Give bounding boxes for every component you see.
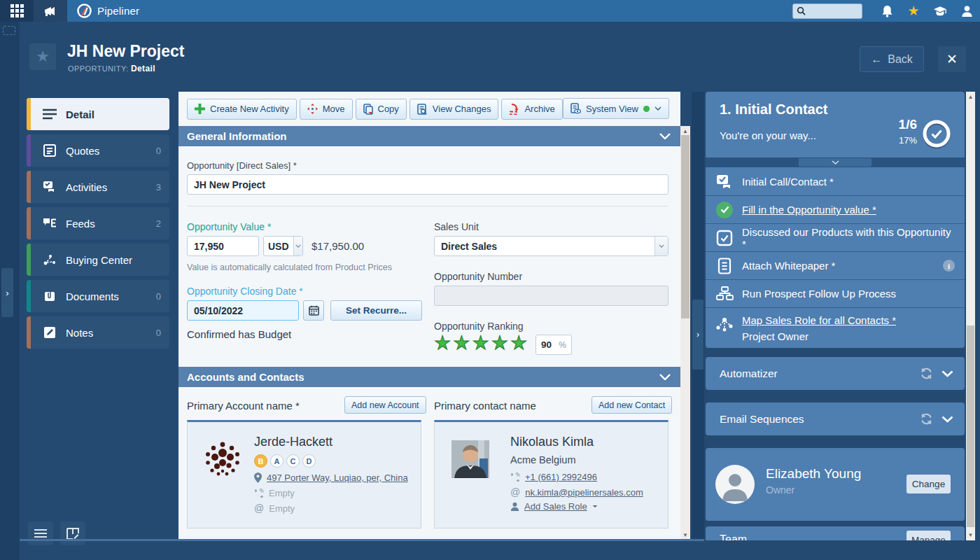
task-map-sales-role[interactable]: Map Sales Role for all Contacts * Projec…	[706, 307, 965, 348]
brand[interactable]: Pipeliner	[77, 4, 139, 18]
primary-contact-card[interactable]: Nikolaus Kimla Acme Belgium +1 (661) 299…	[434, 420, 668, 528]
chevron-down-icon	[659, 244, 664, 248]
add-new-account-button[interactable]: Add new Account	[344, 396, 426, 414]
star-icon[interactable]: ★	[434, 334, 451, 353]
rating-d[interactable]: D	[302, 454, 316, 468]
star-icon[interactable]: ★	[472, 334, 489, 353]
opportunity-value-input[interactable]	[187, 236, 259, 256]
done-check-icon	[716, 202, 733, 218]
account-address-link[interactable]: 497 Porter Way, Luqiao, per, China	[267, 472, 408, 483]
star-icon[interactable]: ★	[453, 334, 470, 353]
panel-scrollbar-thumb[interactable]	[967, 326, 974, 527]
at-icon: @	[510, 486, 520, 498]
tab-notes[interactable]: Notes 0	[27, 316, 169, 349]
record-toolbar: Create New Activity Move Copy View Chang…	[178, 92, 680, 126]
task-initial-call[interactable]: Initial Call/Contact *	[706, 167, 965, 195]
owner-name: Elizabeth Young	[766, 466, 861, 482]
main-scrollbar-thumb[interactable]	[681, 135, 690, 318]
task-attach-whitepaper[interactable]: Attach Whitepaper * i	[706, 251, 965, 279]
ranking-percent-input[interactable]: 90 %	[536, 335, 572, 355]
opportunity-name-input[interactable]	[187, 174, 668, 195]
collapse-section-icon[interactable]	[659, 133, 671, 139]
account-logo	[203, 439, 242, 478]
owner-avatar	[715, 465, 755, 504]
collapse-panel-handle[interactable]: ›	[692, 300, 704, 370]
profile-button[interactable]	[953, 0, 980, 22]
contact-phone-link[interactable]: +1 (661) 2992496	[525, 472, 597, 482]
info-icon[interactable]: i	[943, 260, 955, 272]
learning-button[interactable]	[927, 0, 953, 22]
tab-activities[interactable]: Activities 3	[27, 171, 169, 203]
add-new-contact-button[interactable]: Add new Contact	[592, 396, 672, 414]
mini-window-icon[interactable]	[3, 26, 15, 35]
page-title: JH New Project	[67, 42, 184, 61]
move-button[interactable]: Move	[300, 99, 353, 120]
tab-detail[interactable]: Detail	[27, 98, 169, 130]
move-icon	[307, 104, 318, 114]
account-address-row: 497 Porter Way, Luqiao, per, China	[254, 472, 408, 483]
automatizer-panel[interactable]: Automatizer	[706, 357, 965, 390]
detail-form: Create New Activity Move Copy View Chang…	[178, 92, 680, 540]
expand-panel-icon[interactable]	[941, 370, 953, 377]
star-icon[interactable]: ★	[510, 334, 527, 353]
process-icon	[714, 286, 735, 302]
contact-phone-row: +1 (661) 2992496	[510, 472, 597, 482]
change-owner-button[interactable]: Change	[906, 475, 951, 493]
task-fill-opportunity-value[interactable]: Fill in the Opportunity value *	[706, 195, 965, 223]
notifications-button[interactable]	[874, 0, 900, 22]
document-icon	[714, 258, 735, 274]
refresh-icon[interactable]	[920, 367, 933, 380]
manage-team-button[interactable]: Manage	[906, 531, 951, 540]
add-sales-role-link[interactable]: Add Sales Role	[524, 501, 587, 512]
refresh-icon[interactable]	[920, 412, 933, 426]
close-button[interactable]: ✕	[938, 46, 966, 72]
currency-select[interactable]: USD	[263, 236, 303, 256]
collapse-tasks-button[interactable]	[799, 158, 872, 167]
notes-icon	[42, 326, 57, 339]
calendar-button[interactable]	[303, 300, 324, 321]
back-button[interactable]: ← Back	[860, 46, 924, 72]
favorites-button[interactable]: ★	[900, 0, 927, 22]
rating-c[interactable]: C	[286, 454, 300, 468]
copy-button[interactable]: Copy	[356, 99, 407, 120]
system-view-icon	[570, 103, 581, 114]
expand-panel-icon[interactable]	[941, 416, 953, 423]
favorite-record-button[interactable]: ★	[29, 43, 56, 70]
task-discussed-products[interactable]: Discussed our Products with this Opportu…	[706, 223, 965, 251]
rating-a[interactable]: A	[270, 454, 284, 468]
megaphone-icon	[43, 6, 57, 17]
view-changes-icon	[417, 104, 428, 115]
contact-email-link[interactable]: nk.kimla@pipelinersales.com	[525, 487, 643, 498]
app-grid-button[interactable]	[0, 0, 34, 22]
ranking-stars: ★ ★ ★ ★ ★	[434, 334, 527, 353]
list-view-button[interactable]	[28, 522, 53, 545]
tab-feeds[interactable]: Feeds 2	[27, 207, 169, 239]
rating-b-selected[interactable]: B	[254, 454, 267, 468]
email-sequences-panel[interactable]: Email Sequences	[706, 402, 965, 435]
step-collapse-strip	[706, 158, 965, 167]
create-new-activity-button[interactable]: Create New Activity	[187, 99, 297, 120]
main-scrollbar[interactable]: ▲ ▼	[680, 126, 690, 540]
record-type-label: OPPORTUNITY:	[68, 64, 129, 73]
primary-account-card[interactable]: Jerde-Hackett 0 A B C D 497 Porter Way, …	[187, 420, 421, 528]
closing-date-input[interactable]: 05/10/2022	[187, 300, 299, 321]
panel-scrollbar[interactable]: ▲ ▼	[966, 92, 975, 540]
view-selector-button[interactable]: System View	[563, 98, 669, 119]
sales-unit-select[interactable]: Direct Sales	[434, 236, 668, 256]
view-name-label: Detail	[131, 64, 155, 74]
tab-buying-center[interactable]: Buying Center	[27, 244, 169, 276]
announcements-button[interactable]	[34, 0, 67, 22]
search-input[interactable]	[806, 6, 858, 16]
expand-nav-handle[interactable]: ›	[1, 268, 13, 317]
tab-documents[interactable]: Documents 0	[27, 280, 169, 312]
step-motivation: You're on your way...	[720, 130, 816, 141]
task-run-prospect-process[interactable]: Run Prospect Follow Up Process	[706, 279, 965, 307]
tab-quotes[interactable]: Quotes 0	[27, 134, 169, 167]
collapse-section-icon[interactable]	[659, 374, 671, 380]
view-changes-button[interactable]: View Changes	[410, 99, 499, 120]
set-recurrence-button[interactable]: Set Recurre...	[330, 300, 422, 321]
star-icon[interactable]: ★	[491, 334, 508, 353]
archive-button[interactable]: Archive	[501, 99, 562, 120]
customize-layout-button[interactable]	[60, 522, 85, 545]
global-search[interactable]	[792, 4, 862, 19]
